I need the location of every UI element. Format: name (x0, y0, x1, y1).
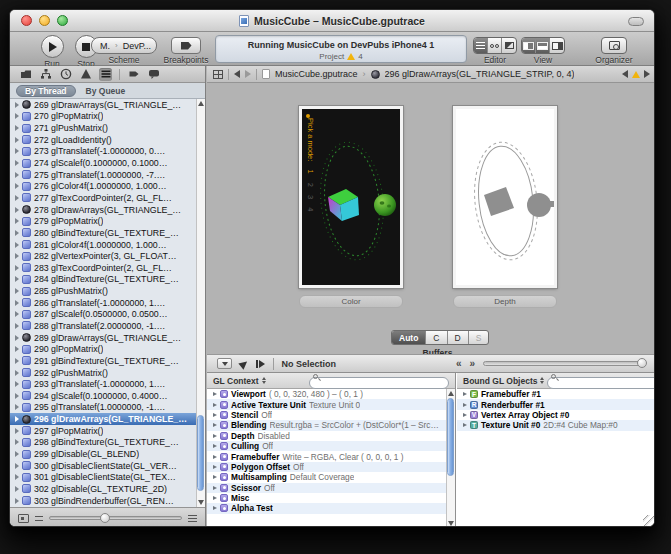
bound-objects-search-input[interactable] (547, 377, 655, 389)
gl-context-row[interactable]: Viewport( 0, 0, 320, 480 ) – ( 0, 1 ) (207, 389, 446, 399)
disclosure-triangle-icon[interactable] (15, 253, 19, 259)
breadcrumb-file[interactable]: MusicCube.gputrace (275, 69, 358, 79)
call-list-item[interactable]: 280 glBindTexture(GL_TEXTURE_… (10, 227, 205, 239)
disclosure-triangle-icon[interactable] (15, 335, 19, 341)
debug-navigator-icon[interactable] (99, 68, 112, 81)
call-list-item[interactable]: 298 glBindTexture(GL_TEXTURE_… (10, 437, 205, 449)
clock-icon[interactable] (59, 68, 72, 81)
next-issue-icon[interactable] (644, 70, 650, 78)
call-list-item[interactable]: 287 glScalef(0.0500000, 0.0500… (10, 309, 205, 321)
scroll-up-arrow-icon[interactable] (448, 391, 454, 396)
gl-context-scrollbar-thumb[interactable] (447, 398, 454, 476)
call-list-item[interactable]: 272 glLoadIdentity() (10, 134, 205, 146)
disclosure-triangle-icon[interactable] (213, 455, 217, 459)
disclosure-triangle-icon[interactable] (213, 392, 217, 396)
disclosure-triangle-icon[interactable] (15, 172, 19, 178)
toolbar-toggle-button[interactable] (628, 17, 644, 26)
gl-context-row[interactable]: BlendingResult.rgba = SrcColor + (DstCol… (207, 420, 446, 430)
related-items-icon[interactable] (213, 70, 223, 79)
call-list-item[interactable]: 300 glDisableClientState(GL_VER… (10, 460, 205, 472)
bound-object-row[interactable]: FFramebuffer #1 (457, 389, 655, 399)
call-list-item[interactable]: 273 glTranslatef(-1.0000000, 0.… (10, 146, 205, 158)
standard-editor-button[interactable] (474, 38, 488, 53)
disclosure-triangle-icon[interactable] (15, 346, 19, 352)
disclosure-triangle-icon[interactable] (15, 404, 19, 410)
call-list-item[interactable]: 295 glTranslatef(1.0000000, -1.… (10, 402, 205, 414)
call-list-item[interactable]: 294 glScalef(0.1000000, 0.4000… (10, 390, 205, 402)
gl-context-row[interactable]: MultisamplingDefault Coverage (207, 472, 446, 482)
debug-area-dropdown-button[interactable] (217, 358, 232, 369)
gl-context-row[interactable]: Active Texture UnitTexture Unit 0 (207, 399, 446, 409)
call-list-item[interactable]: 289 glDrawArrays(GL_TRIANGLE_… (10, 332, 205, 344)
disclosure-triangle-icon[interactable] (213, 444, 217, 448)
call-list-item[interactable]: 276 glColor4f(1.0000000, 1.000… (10, 180, 205, 192)
gl-context-row[interactable]: StencilOff (207, 410, 446, 420)
call-list-item[interactable]: 277 glTexCoordPointer(2, GL_FL… (10, 192, 205, 204)
color-attachment-label[interactable]: Color (299, 295, 403, 308)
color-attachment-preview[interactable]: Pick a mode: 1 2 3 4 (299, 106, 403, 288)
call-list-item[interactable]: 299 glDisable(GL_BLEND) (10, 448, 205, 460)
minimum-lines-icon[interactable] (35, 516, 43, 521)
call-list-item[interactable]: 278 glDrawArrays(GL_TRIANGLE_… (10, 204, 205, 216)
assistant-editor-button[interactable] (488, 38, 502, 53)
scheme-selector[interactable]: M. › DevP... Scheme (91, 34, 157, 65)
bound-object-row[interactable]: VVertex Array Object #0 (457, 410, 655, 420)
disclosure-triangle-icon[interactable] (15, 102, 19, 108)
call-list-item[interactable]: 274 glScalef(0.1000000, 0.1000… (10, 157, 205, 169)
call-list-item[interactable]: 284 glBindTexture(GL_TEXTURE_… (10, 274, 205, 286)
disclosure-triangle-icon[interactable] (213, 486, 217, 490)
disclosure-triangle-icon[interactable] (15, 416, 19, 422)
bound-object-row[interactable]: TTexture Unit #02D:#4 Cube Map:#0 (457, 420, 655, 430)
disclosure-triangle-icon[interactable] (15, 183, 19, 189)
debug-history-slider[interactable] (483, 361, 646, 366)
version-editor-button[interactable] (502, 38, 516, 53)
sidebar-scrollbar[interactable] (196, 99, 205, 507)
depth-attachment-preview[interactable] (453, 106, 557, 288)
disclosure-triangle-icon[interactable] (213, 403, 217, 407)
tab-by-queue[interactable]: By Queue (86, 86, 126, 96)
window-resize-grip[interactable] (643, 515, 655, 527)
sort-control-icon[interactable] (262, 377, 266, 384)
call-list-item[interactable]: 292 glPushMatrix() (10, 367, 205, 379)
disclosure-triangle-icon[interactable] (15, 463, 19, 469)
scroll-down-arrow-icon[interactable] (198, 500, 204, 505)
breadcrumb-call[interactable]: 296 glDrawArrays(GL_TRIANGLE_STRIP, 0, 4… (385, 69, 575, 79)
frame-slider-knob[interactable] (100, 513, 110, 523)
disclosure-triangle-icon[interactable] (15, 451, 19, 457)
project-navigator-icon[interactable] (19, 68, 32, 81)
breakpoint-navigator-icon[interactable] (127, 68, 140, 81)
disclosure-triangle-icon[interactable] (213, 496, 217, 500)
scroll-up-arrow-icon[interactable] (198, 101, 204, 106)
scroll-down-arrow-icon[interactable] (448, 521, 454, 526)
disclosure-triangle-icon[interactable] (15, 276, 19, 282)
toggle-debug-area-button[interactable] (536, 38, 550, 53)
call-list-item[interactable]: 279 glPopMatrix() (10, 215, 205, 227)
breakpoints-button[interactable]: Breakpoints (158, 34, 214, 65)
call-list-item[interactable]: 301 glDisableClientState(GL_TEX… (10, 472, 205, 484)
disclosure-triangle-icon[interactable] (15, 288, 19, 294)
gl-context-row[interactable]: ScissorOff (207, 483, 446, 493)
depth-attachment-label[interactable]: Depth (453, 295, 557, 308)
call-list-item[interactable]: 270 glPopMatrix() (10, 111, 205, 123)
call-list-item[interactable]: 290 glPopMatrix() (10, 343, 205, 355)
disclosure-triangle-icon[interactable] (15, 230, 19, 236)
gl-context-row[interactable]: DepthDisabled (207, 431, 446, 441)
sort-control-icon[interactable] (540, 377, 544, 384)
symbol-navigator-icon[interactable] (39, 68, 52, 81)
disclosure-triangle-icon[interactable] (15, 265, 19, 271)
disclosure-triangle-icon[interactable] (463, 413, 467, 417)
scheme-target-segment[interactable]: M. (92, 41, 115, 51)
disclosure-triangle-icon[interactable] (15, 323, 19, 329)
disclosure-triangle-icon[interactable] (15, 300, 19, 306)
frame-slider[interactable] (49, 516, 182, 520)
tab-by-thread[interactable]: By Thread (16, 85, 76, 97)
disclosure-triangle-icon[interactable] (15, 393, 19, 399)
call-list-item[interactable]: 288 glTranslatef(2.0000000, -1.… (10, 320, 205, 332)
organizer-button[interactable] (601, 37, 627, 54)
previous-issue-icon[interactable] (622, 70, 628, 78)
disclosure-triangle-icon[interactable] (15, 207, 19, 213)
disclosure-triangle-icon[interactable] (15, 113, 19, 119)
log-navigator-icon[interactable] (147, 68, 160, 81)
disclosure-triangle-icon[interactable] (15, 311, 19, 317)
call-list-item[interactable]: 293 glTranslatef(-1.0000000, 1.… (10, 378, 205, 390)
